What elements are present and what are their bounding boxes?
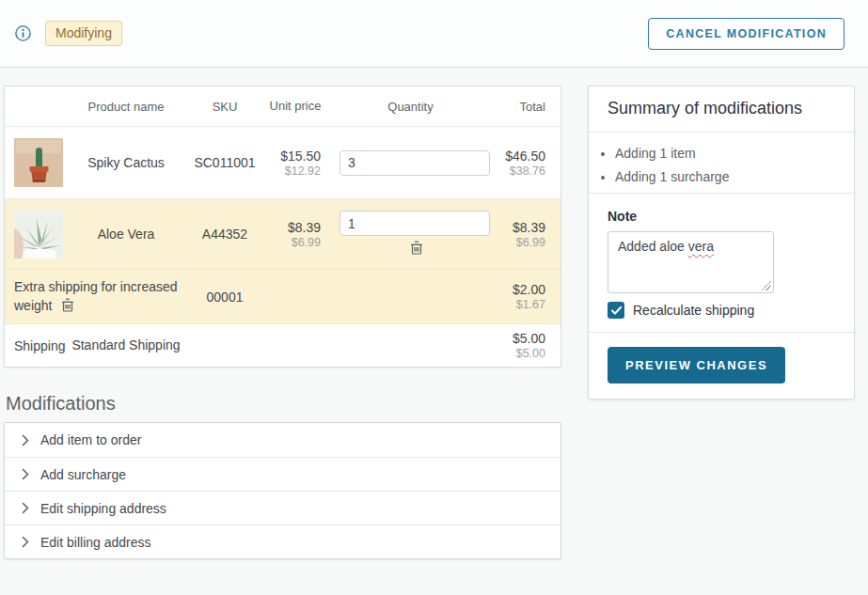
note-textarea[interactable]: Added aloe vera [608, 231, 774, 293]
cancel-modification-button[interactable]: CANCEL MODIFICATION [648, 18, 844, 50]
checkbox-checked[interactable] [608, 302, 624, 319]
surcharge-sku: 00001 [187, 284, 262, 310]
note-text: Added aloe [618, 239, 688, 254]
row-total: $46.50 [493, 149, 545, 164]
quantity-header: Quantity [328, 94, 493, 119]
recalculate-shipping-label: Recalculate shipping [633, 303, 754, 318]
accordion-label: Edit billing address [40, 535, 151, 550]
textarea-resize-handle[interactable] [762, 281, 771, 290]
surcharge-name: Extra shipping for increased weight [14, 279, 178, 313]
summary-list: Adding 1 item Adding 1 surcharge [615, 146, 835, 184]
order-items-table: Product name SKU Unit price Quantity Tot… [4, 86, 561, 368]
shipping-label: Shipping [5, 333, 65, 359]
row-total-secondary: $1.67 [493, 298, 545, 311]
row-total: $5.00 [493, 331, 545, 346]
recalculate-shipping-checkbox-row[interactable]: Recalculate shipping [608, 302, 835, 319]
accordion-label: Add surcharge [40, 467, 126, 482]
row-total: $8.39 [493, 220, 545, 235]
chevron-right-icon [22, 502, 29, 514]
accordion-edit-shipping-address[interactable]: Edit shipping address [5, 491, 560, 525]
summary-item: Adding 1 surcharge [615, 169, 835, 184]
table-row-shipping: Shipping Standard Shipping $5.00 $5.00 [5, 324, 560, 367]
unit-price-header: Unit price [262, 92, 328, 120]
sku-header: SKU [187, 94, 262, 119]
modifications-heading: Modifications [6, 393, 561, 415]
quantity-input[interactable] [339, 150, 490, 176]
summary-of-modifications-panel: Summary of modifications Adding 1 item A… [588, 86, 855, 399]
chevron-right-icon [22, 468, 29, 480]
product-sku: A44352 [187, 221, 262, 247]
unit-price: $15.50 [262, 149, 321, 164]
top-bar: Modifying CANCEL MODIFICATION [0, 0, 868, 68]
row-total-secondary: $6.99 [493, 236, 545, 249]
chevron-right-icon [22, 434, 29, 446]
table-row-aloe-vera: Aloe Vera A44352 $8.39 $6.99 [5, 199, 560, 270]
note-text-misspelled: vera [688, 239, 714, 254]
row-total-secondary: $38.76 [493, 164, 545, 178]
row-total: $2.00 [493, 282, 545, 297]
unit-price-secondary: $6.99 [262, 236, 321, 249]
total-header: Total [493, 94, 560, 119]
product-name: Aloe Vera [65, 221, 187, 247]
row-total-secondary: $5.00 [493, 347, 545, 360]
product-name: Spiky Cactus [65, 149, 187, 176]
unit-price-secondary: $12.92 [262, 164, 321, 178]
accordion-label: Edit shipping address [40, 501, 166, 516]
summary-item: Adding 1 item [615, 146, 835, 161]
image-column-header [5, 101, 65, 112]
delete-item-button[interactable] [408, 239, 425, 257]
delete-surcharge-button[interactable] [59, 296, 76, 314]
table-row-extra-shipping: Extra shipping for increased weight [5, 270, 560, 324]
aloe-vera-photo [14, 210, 63, 258]
modifications-accordion: Add item to order Add surcharge Edit shi… [4, 422, 561, 559]
accordion-edit-billing-address[interactable]: Edit billing address [5, 525, 560, 558]
unit-price: $8.39 [262, 220, 321, 235]
trash-icon [61, 298, 74, 312]
summary-panel-title: Summary of modifications [589, 86, 854, 133]
product-name-header: Product name [65, 94, 187, 119]
note-label: Note [608, 209, 835, 224]
table-header-row: Product name SKU Unit price Quantity Tot… [5, 86, 560, 127]
product-sku: SC011001 [187, 149, 262, 176]
accordion-add-surcharge[interactable]: Add surcharge [5, 457, 560, 491]
checkmark-icon [611, 306, 622, 315]
chevron-right-icon [22, 536, 29, 548]
shipping-method: Standard Shipping [65, 331, 187, 359]
status-badge: Modifying [45, 21, 122, 46]
accordion-add-item-to-order[interactable]: Add item to order [5, 423, 560, 457]
spiky-cactus-photo [14, 138, 63, 187]
info-circle-icon[interactable] [15, 25, 31, 41]
main-content: Product name SKU Unit price Quantity Tot… [0, 68, 868, 559]
trash-icon [410, 241, 423, 255]
preview-changes-button[interactable]: PREVIEW CHANGES [608, 347, 785, 384]
quantity-input[interactable] [339, 211, 490, 236]
accordion-label: Add item to order [40, 432, 141, 447]
table-row-spiky-cactus: Spiky Cactus SC011001 $15.50 $12.92 $46.… [5, 127, 560, 199]
